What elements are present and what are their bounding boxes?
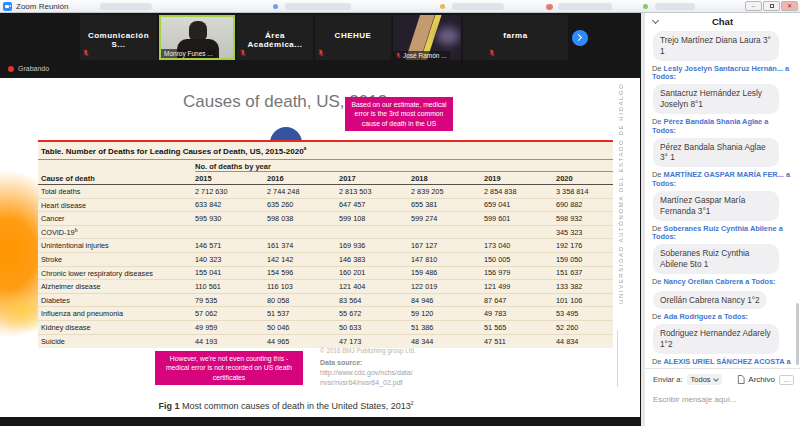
value-cell: 80 058	[267, 296, 339, 305]
participant-tile-farma[interactable]: farma	[463, 15, 568, 60]
chat-bubble[interactable]: Santacruz Hernández Lesly Joselyn 8°1	[653, 84, 779, 114]
minimize-button[interactable]: –	[745, 1, 762, 11]
participant-tile-chehue[interactable]: CHEHUE	[315, 15, 391, 60]
chat-message: De Pérez Bandala Shania Aglae a Todos: P…	[651, 118, 794, 167]
value-cell: 122 019	[411, 282, 484, 291]
value-cell: 51 565	[484, 323, 556, 332]
background-window-ghost	[643, 4, 648, 9]
cause-cell: COVID-19b	[38, 227, 195, 237]
chat-sender-line: De Pérez Bandala Shania Aglae a Todos:	[652, 118, 794, 136]
more-options-button[interactable]: …	[779, 375, 794, 385]
value-cell: 52 260	[556, 323, 613, 332]
send-to-dropdown[interactable]: Todos	[687, 374, 722, 385]
value-cell: 44 965	[267, 337, 339, 346]
chat-bubble[interactable]: Pérez Bandala Shania Aglae 3° 1	[653, 138, 779, 168]
chat-scrollbar[interactable]	[796, 303, 799, 365]
chat-messages[interactable]: Trejo Martínez Diana Laura 3° 1 De Lesly…	[645, 29, 800, 368]
muted-mic-icon	[396, 52, 401, 59]
chat-message: De Soberanes Ruiz Cynthia Abilene a Todo…	[651, 225, 794, 274]
value-cell: 159 486	[411, 268, 484, 277]
participant-tile-jose-ramon[interactable]: José Ramón ...	[393, 15, 461, 60]
zoom-meeting-window: Zoom Reunión – ✕ Comunicación S... Monro…	[0, 0, 800, 426]
cause-cell: Stroke	[38, 254, 195, 264]
value-cell: 146 571	[195, 241, 267, 250]
chat-sender-line: De Nancy Orellan Cabrera a Todos:	[652, 278, 794, 287]
cause-cell: Kidney disease	[38, 322, 195, 332]
chat-sender-line: De Soberanes Ruiz Cynthia Abilene a Todo…	[652, 225, 794, 243]
chat-bubble[interactable]: Martínez Gaspar María Fernanda 3°1	[653, 191, 779, 221]
data-source-url: nvsr/nvsr64/nvsr64_02.pdf	[320, 378, 413, 388]
sender-name[interactable]: Nancy Orellan Cabrera	[664, 277, 744, 286]
value-cell: 142 142	[267, 255, 339, 264]
value-cell: 84 946	[411, 296, 484, 305]
chat-bubble[interactable]: Soberanes Ruiz Cynthia Abilene 5to 1	[653, 244, 779, 274]
figure-caption: Fig 1 Most common causes of death in the…	[0, 400, 572, 411]
table-header-row: Cause of death 2015 2016 2017 2018 2019 …	[38, 172, 613, 185]
value-cell: 154 596	[267, 268, 339, 277]
chevron-down-icon	[713, 376, 719, 382]
value-cell: 83 564	[339, 296, 411, 305]
value-cell: 147 810	[411, 255, 484, 264]
chat-sender-line: De Lesly Joselyn Santacruz Hernán... a T…	[652, 65, 794, 83]
participant-tile-monroy-video[interactable]: Monroy Funes ...	[159, 15, 235, 60]
chat-message-input[interactable]	[653, 395, 793, 404]
chat-bubble[interactable]: Trejo Martínez Diana Laura 3° 1	[653, 31, 779, 61]
value-cell: 173 040	[484, 241, 556, 250]
chat-sender-line: De ALEXIS URIEL SÁNCHEZ ACOSTA a Todos:	[652, 358, 794, 368]
value-cell: 110 561	[195, 282, 267, 291]
muted-mic-icon	[240, 49, 246, 57]
sender-name[interactable]: Pérez Bandala Shania Aglae	[664, 117, 763, 126]
participant-tile-comunicacion[interactable]: Comunicación S...	[80, 15, 157, 60]
chat-message: De ALEXIS URIEL SÁNCHEZ ACOSTA a Todos: …	[651, 358, 794, 368]
value-cell: 598 038	[267, 214, 339, 223]
value-cell: 192 176	[556, 241, 613, 250]
maximize-button[interactable]	[763, 1, 780, 11]
archive-button[interactable]: Archivo	[737, 375, 775, 384]
value-cell: 345 323	[556, 228, 613, 237]
value-cell: 47 173	[339, 337, 411, 346]
participant-video-person	[189, 21, 207, 41]
background-window-ghost	[546, 4, 553, 10]
next-participants-button[interactable]	[572, 30, 588, 46]
value-cell: 2 712 630	[195, 187, 267, 196]
send-to-label: Enviar a:	[653, 375, 683, 384]
table-row: COVID-19b 345 323	[38, 226, 613, 240]
value-cell: 87 647	[484, 296, 556, 305]
sender-name[interactable]: MARTÍNEZ GASPAR MARÍA FER...	[664, 170, 784, 179]
value-cell: 49 959	[195, 323, 267, 332]
annotation-bottom: However, we're not even counting this - …	[155, 351, 303, 385]
value-cell: 116 103	[267, 282, 339, 291]
value-cell: 647 457	[339, 200, 411, 209]
value-cell: 133 382	[556, 282, 613, 291]
cause-cell: Heart disease	[38, 200, 195, 210]
sender-name[interactable]: ALEXIS URIEL SÁNCHEZ ACOSTA	[664, 357, 785, 366]
close-button[interactable]: ✕	[781, 1, 798, 11]
table-row: Total deaths 2 712 630 2 744 248 2 813 5…	[38, 185, 613, 199]
value-cell: 44 193	[195, 337, 267, 346]
value-cell: 635 260	[267, 200, 339, 209]
recording-indicator: Grabando	[8, 65, 49, 72]
value-cell: 50 633	[339, 323, 411, 332]
value-cell: 2 813 503	[339, 187, 411, 196]
participant-tile-area-academica[interactable]: Área Académica...	[237, 15, 313, 60]
data-source: Data source: http://www.cdc.gov/nchs/dat…	[320, 358, 413, 387]
value-cell: 2 744 248	[267, 187, 339, 196]
cause-cell: Chronic lower respiratory diseases	[38, 268, 195, 278]
table-row: Influenza and pneumonia 57 062 51 537 55…	[38, 307, 613, 321]
background-window-ghost	[558, 3, 612, 10]
sender-name[interactable]: Ada Rodriguez	[664, 312, 716, 321]
value-cell: 2 839 205	[411, 187, 484, 196]
chat-title: Chat	[645, 16, 800, 27]
chat-footer: Enviar a: Todos Archivo …	[645, 368, 800, 426]
chat-bubble[interactable]: Rodriguez Hernandez Adarely 1°2	[653, 324, 779, 354]
cause-cell: Unintentional injuries	[38, 240, 195, 250]
sender-name[interactable]: Soberanes Ruiz Cynthia Abilene	[664, 224, 777, 233]
deaths-table: Table. Number of Deaths for Leading Caus…	[38, 142, 613, 348]
chevron-right-icon	[575, 33, 582, 40]
sender-name[interactable]: Lesly Joselyn Santacruz Hernán...	[664, 64, 784, 73]
value-cell: 633 842	[195, 200, 267, 209]
chat-bubble[interactable]: Orellán Cabrera Nancy 1°2	[653, 291, 767, 310]
value-cell: 659 041	[484, 200, 556, 209]
value-cell: 150 005	[484, 255, 556, 264]
data-source-url: http://www.cdc.gov/nchs/data/	[320, 368, 413, 378]
